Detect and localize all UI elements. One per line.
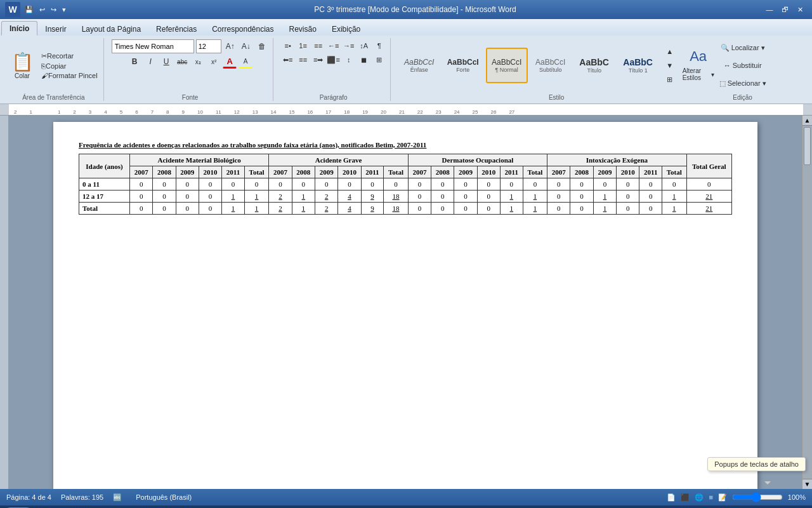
ruler: 21 1234567891011121314151617181920212223… <box>9 104 803 116</box>
format-painter-button[interactable]: 🖌Formatar Pincel <box>39 71 100 80</box>
style-enfase[interactable]: AaBbCcI Ênfase <box>398 48 440 83</box>
font-color-button[interactable]: A <box>223 55 237 69</box>
subscript-button[interactable]: x₂ <box>191 55 205 69</box>
minimize-button[interactable]: — <box>763 4 776 15</box>
sub-header: 2009 <box>176 166 199 178</box>
bullets-button[interactable]: ≡• <box>281 39 295 52</box>
cell-value: 1 <box>500 203 523 215</box>
cell-value: 1 <box>222 203 245 215</box>
underline-button[interactable]: U <box>159 55 173 69</box>
scrollbar-down[interactable]: ▼ <box>802 479 812 489</box>
styles-scroll-up[interactable]: ▲ <box>663 45 677 58</box>
maximize-button[interactable]: 🗗 <box>778 4 792 15</box>
editing-group-content: 🔍Localizar▾ ↔Substituir ⬚Selecionar▾ <box>726 38 759 93</box>
cell-value: 0 <box>500 178 523 190</box>
cell-value: 0 <box>431 178 454 190</box>
cell-value: 0 <box>361 178 384 190</box>
zoom-slider[interactable] <box>732 493 783 502</box>
view-print-button[interactable]: 📄 <box>667 493 676 502</box>
italic-button[interactable]: I <box>143 55 157 69</box>
cell-value: 0 <box>639 203 662 215</box>
document-area[interactable]: Frequência de acidentes e doenças relaci… <box>9 116 802 489</box>
sidebar-left <box>0 116 9 489</box>
paragraph-label: Parágrafo <box>320 93 348 101</box>
view-web-button[interactable]: 🌐 <box>695 493 704 502</box>
redo-button[interactable]: ↪ <box>49 4 58 15</box>
tab-layout[interactable]: Layout da Página <box>74 22 148 36</box>
align-right-button[interactable]: ≡➡ <box>311 53 325 66</box>
bold-button[interactable]: B <box>128 55 141 69</box>
justify-button[interactable]: ⬛≡ <box>327 53 341 66</box>
row-total: 0 <box>686 178 731 190</box>
clipboard-label: Área de Transferência <box>22 93 84 101</box>
ruler-marks: 21 1234567891011121314151617181920212223… <box>9 104 803 115</box>
select-button[interactable]: ⬚Selecionar▾ <box>726 75 759 91</box>
style-subtitulo[interactable]: AaBbCcI Subtítulo <box>530 48 572 83</box>
copy-button[interactable]: ⎘Copiar <box>39 62 100 70</box>
style-forte[interactable]: AaBbCcI Forte <box>442 48 484 83</box>
multilevel-button[interactable]: ≡≡ <box>311 39 325 52</box>
font-clear-button[interactable]: 🗑 <box>255 39 269 53</box>
highlight-button[interactable]: A <box>239 55 252 69</box>
view-outline-button[interactable]: ≡ <box>709 493 712 501</box>
view-fullscreen-button[interactable]: ⬛ <box>681 493 690 502</box>
sub-header: 2007 <box>408 166 431 178</box>
tab-inserir[interactable]: Inserir <box>37 22 74 36</box>
scrollbar-up[interactable]: ▲ <box>802 116 812 126</box>
change-styles-button[interactable]: Alterar Estilos▾ <box>682 66 715 83</box>
styles-group: AaBbCcI Ênfase AaBbCcI Forte AaBbCcI ¶ N… <box>395 38 719 101</box>
cell-value: 0 <box>199 190 221 203</box>
sub-header: 2011 <box>361 166 384 178</box>
tab-inicio[interactable]: Início <box>1 21 37 36</box>
ruler-side-left <box>0 104 9 116</box>
cell-value: 1 <box>593 203 616 215</box>
tab-exibicao[interactable]: Exibição <box>324 22 368 36</box>
save-button[interactable]: 💾 <box>23 4 36 15</box>
styles-expand[interactable]: ⊞ <box>663 73 677 86</box>
superscript-button[interactable]: x² <box>207 55 221 69</box>
style-titulo1[interactable]: AaBbC Título 1 <box>617 48 659 83</box>
outdent-button[interactable]: ←≡ <box>327 39 341 52</box>
style-normal[interactable]: AaBbCcI ¶ Normal <box>486 48 528 83</box>
strikethrough-button[interactable]: abc <box>175 55 189 69</box>
tab-referencias[interactable]: Referências <box>148 22 204 36</box>
font-family-input[interactable] <box>112 39 194 53</box>
tab-correspondencias[interactable]: Correspondências <box>204 22 281 36</box>
tab-revisao[interactable]: Revisão <box>282 22 324 36</box>
styles-scroll-down[interactable]: ▼ <box>663 59 677 72</box>
cell-value: 0 <box>176 178 199 190</box>
font-grow-button[interactable]: A↑ <box>223 39 237 53</box>
document-page[interactable]: Frequência de acidentes e doenças relaci… <box>53 122 757 489</box>
undo-button[interactable]: ↩ <box>37 4 47 15</box>
line-spacing-button[interactable]: ↕ <box>342 53 356 66</box>
show-hide-button[interactable]: ¶ <box>372 39 386 52</box>
font-shrink-button[interactable]: A↓ <box>239 39 253 53</box>
language-button[interactable]: Português (Brasil) <box>131 492 196 502</box>
borders-button[interactable]: ⊞ <box>372 53 386 66</box>
align-center-button[interactable]: ≡≡ <box>296 53 310 66</box>
sub-header: 2011 <box>222 166 245 178</box>
col-header-amb: Acidente Material Biológico <box>130 154 269 166</box>
font-size-input[interactable] <box>196 39 221 53</box>
data-table: Idade (anos) Acidente Material Biológico… <box>79 154 732 215</box>
numbering-button[interactable]: 1≡ <box>296 39 310 52</box>
align-left-button[interactable]: ⬅≡ <box>281 53 295 66</box>
close-button[interactable]: ✕ <box>793 4 807 15</box>
replace-button[interactable]: ↔Substituir <box>726 57 759 74</box>
find-button[interactable]: 🔍Localizar▾ <box>726 39 759 56</box>
col-header-ie: Intoxicação Exógena <box>547 154 686 166</box>
sort-button[interactable]: ↕A <box>357 39 371 52</box>
indent-button[interactable]: →≡ <box>342 39 356 52</box>
paste-button[interactable]: 📋 Colar <box>8 48 37 83</box>
cell-value: 2 <box>315 190 337 203</box>
scrollbar-thumb[interactable] <box>804 127 811 165</box>
scrollbar-track[interactable] <box>802 126 812 479</box>
pin-button[interactable]: ▾ <box>60 4 68 15</box>
cut-button[interactable]: ✂Recortar <box>39 51 100 61</box>
cell-value: 0 <box>454 178 477 190</box>
shading-button[interactable]: ◼ <box>357 53 371 66</box>
style-titulo[interactable]: AaBbC Título <box>573 48 615 83</box>
cell-value: 1 <box>523 190 547 203</box>
sidebar-right: ▲ ▼ <box>802 116 812 489</box>
view-draft-button[interactable]: 📝 <box>718 493 727 502</box>
